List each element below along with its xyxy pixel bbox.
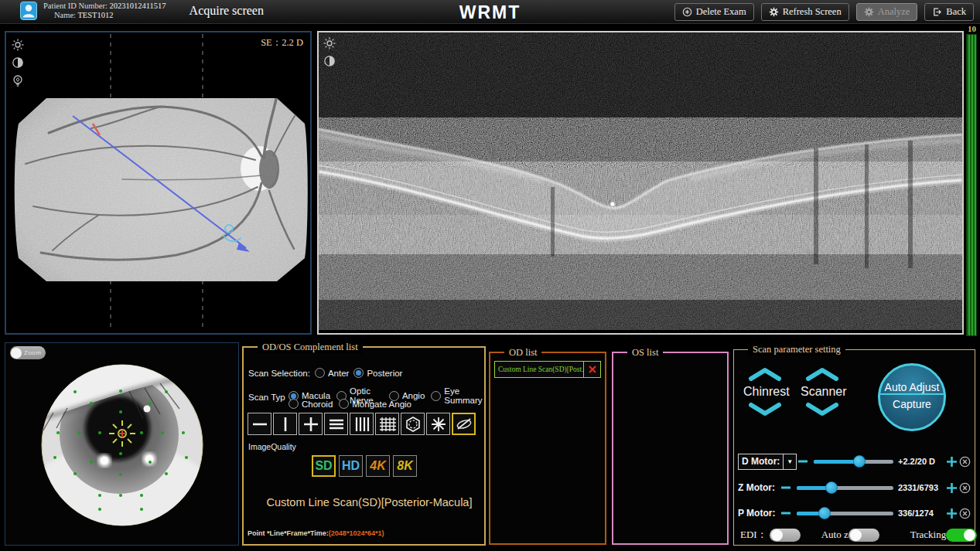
edi-toggle[interactable] — [770, 529, 801, 542]
contrast-icon[interactable] — [323, 55, 336, 67]
back-button[interactable]: Back — [924, 3, 974, 21]
scan-info-value: (2048*1024*64*1) — [329, 529, 384, 537]
os-list-title: OS list — [627, 347, 663, 359]
pattern-radial-button[interactable] — [426, 413, 450, 435]
pattern-custom-line-button[interactable] — [452, 413, 476, 435]
analyze-button[interactable]: Analyze — [856, 3, 918, 21]
back-label: Back — [946, 6, 966, 18]
tracking-toggle-knob — [964, 529, 975, 541]
complement-list-panel: OD/OS Complement list Scan Selection: An… — [242, 346, 486, 546]
d-motor-slider-knob[interactable] — [853, 455, 866, 468]
d-motor-minus-button[interactable] — [797, 460, 809, 463]
p-motor-slider-knob[interactable] — [818, 507, 831, 519]
scan-pattern-row — [248, 413, 476, 435]
header-buttons: Delete Exam Refresh Screen Analyze — [674, 3, 974, 21]
contrast-icon[interactable] — [12, 56, 24, 69]
os-list-panel: OS list — [612, 352, 729, 545]
p-motor-reset-button[interactable] — [959, 508, 971, 519]
od-list-item[interactable]: Custom Line Scan(SD)[Post... — [494, 361, 601, 378]
scan-selection-label: Scan Selection: — [248, 369, 310, 378]
od-list-panel: OD list Custom Line Scan(SD)[Post... — [489, 352, 606, 545]
line-vertical-icon — [276, 416, 295, 433]
z-motor-label: Z Motor: — [738, 482, 780, 493]
d-motor-slider[interactable] — [814, 460, 893, 464]
scan-type-row-2: Choroid Mongate Angio — [289, 399, 411, 409]
p-motor-minus-button[interactable] — [780, 512, 792, 515]
capture-button[interactable]: Capture — [880, 395, 944, 429]
scanner-up-button[interactable] — [804, 367, 840, 381]
quality-8k-button[interactable]: 8K — [393, 455, 417, 477]
scan-info-line: Point *Line*Frame*Time:(2048*1024*64*1) — [248, 529, 384, 537]
scanner-control: Scanner — [801, 367, 844, 417]
d-motor-plus-button[interactable] — [946, 457, 957, 467]
scan-info-label: Point *Line*Frame*Time: — [248, 529, 329, 537]
line-horizontal-icon — [251, 416, 269, 433]
zoom-toggle-label: Zoom — [24, 349, 41, 356]
delete-circle-icon — [682, 7, 692, 17]
chinrest-down-button[interactable] — [747, 403, 783, 417]
z-motor-minus-button[interactable] — [780, 486, 792, 489]
quality-hd-button[interactable]: HD — [339, 455, 363, 477]
tracking-label: Tracking — [910, 529, 946, 541]
d-motor-label: D Motor: — [739, 456, 783, 467]
p-motor-label: P Motor: — [738, 508, 780, 519]
zoom-toggle[interactable]: Zoom — [10, 346, 46, 359]
p-motor-slider[interactable] — [797, 512, 893, 515]
radio-anter[interactable]: Anter — [315, 368, 350, 378]
brightness-icon[interactable] — [12, 39, 24, 51]
radio-eye-summary-dot — [431, 391, 441, 401]
z-motor-row: Z Motor: 2331/6793 — [738, 479, 971, 496]
z-motor-reset-button[interactable] — [959, 482, 971, 494]
p-motor-plus-button[interactable] — [946, 508, 957, 519]
d-motor-reset-button[interactable] — [959, 456, 971, 468]
chinrest-control: Chinrest — [743, 367, 787, 417]
quality-sd-button[interactable]: SD — [312, 455, 336, 477]
delete-exam-label: Delete Exam — [696, 6, 746, 18]
analyze-label: Analyze — [878, 6, 910, 18]
hexagon-circle-icon — [404, 416, 422, 433]
radio-mongate-angio[interactable]: Mongate Angio — [339, 399, 411, 409]
pupil-camera-panel: Zoom — [5, 342, 239, 546]
image-quality-row: SD HD 4K 8K — [312, 455, 417, 477]
delete-exam-button[interactable]: Delete Exam — [674, 3, 754, 21]
chinrest-up-button[interactable] — [747, 367, 783, 381]
pattern-hexagon-circle-button[interactable] — [401, 413, 425, 435]
radio-choroid[interactable]: Choroid — [289, 399, 333, 409]
gear-icon — [864, 7, 874, 17]
pattern-line-horizontal-button[interactable] — [248, 413, 271, 435]
refresh-screen-button[interactable]: Refresh Screen — [761, 3, 849, 21]
pattern-line-vertical-button[interactable] — [273, 413, 297, 435]
fundus-image-panel: SE：2.2 D — [5, 31, 312, 335]
auto-adjust-button[interactable]: Auto Adjust — [880, 366, 944, 396]
z-motor-slider-knob[interactable] — [825, 481, 838, 494]
d-motor-dropdown[interactable]: D Motor: ▼ — [738, 454, 797, 470]
close-icon — [589, 366, 596, 373]
od-list-title: OD list — [504, 347, 541, 359]
z-motor-slider[interactable] — [797, 486, 893, 490]
toggle-row: EDI： Auto z Tracking — [740, 527, 971, 542]
z-motor-plus-button[interactable] — [946, 483, 957, 493]
p-motor-row: P Motor: 336/1274 — [738, 505, 971, 522]
od-item-delete-button[interactable] — [583, 362, 600, 377]
pattern-raster-horizontal-button[interactable] — [324, 413, 348, 435]
scanner-down-button[interactable] — [804, 403, 840, 417]
radio-mongate-angio-label: Mongate Angio — [352, 400, 411, 409]
radio-eye-summary[interactable]: Eye Summary — [431, 386, 484, 405]
scan-type-label: Scan Typ — [248, 393, 285, 402]
radio-eye-summary-label: Eye Summary — [444, 386, 484, 405]
signal-strength-value: 10 — [962, 24, 976, 33]
tracking-toggle[interactable] — [946, 529, 977, 542]
lamp-icon[interactable] — [12, 74, 24, 88]
brightness-icon[interactable] — [323, 37, 336, 49]
quality-4k-button[interactable]: 4K — [366, 455, 390, 477]
pattern-grid-button[interactable] — [375, 413, 399, 435]
edi-toggle-knob — [771, 529, 783, 541]
pattern-raster-vertical-button[interactable] — [350, 413, 374, 435]
chevron-down-icon[interactable]: ▼ — [783, 454, 796, 469]
radial-icon — [429, 416, 448, 433]
auto-z-toggle[interactable] — [849, 529, 879, 542]
pattern-cross-button[interactable] — [299, 413, 323, 435]
oct-bscan-image — [319, 32, 962, 330]
radio-posterior[interactable]: Posterior — [353, 368, 402, 378]
d-motor-value: +2.2/20 D — [898, 457, 946, 466]
